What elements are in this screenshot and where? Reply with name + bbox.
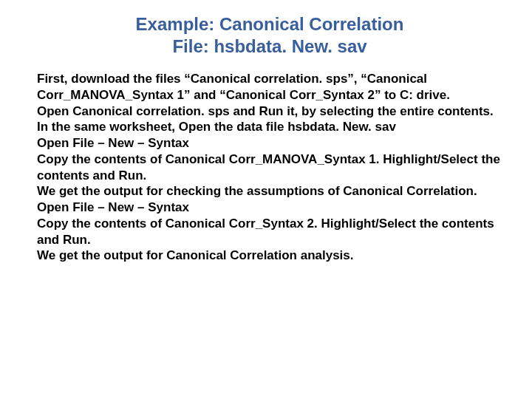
slide-heading: Example: Canonical Correlation File: hsb… <box>37 13 502 58</box>
slide-body: First, download the files “Canonical cor… <box>37 71 502 264</box>
body-paragraph: Open Canonical correlation. sps and Run … <box>37 103 502 120</box>
body-paragraph: Copy the contents of Canonical Corr_MANO… <box>37 151 502 184</box>
slide: Example: Canonical Correlation File: hsb… <box>0 0 532 279</box>
heading-line-1: Example: Canonical Correlation <box>136 14 404 34</box>
heading-line-2: File: hsbdata. New. sav <box>172 36 366 56</box>
body-paragraph: We get the output for Canonical Correlat… <box>37 248 502 264</box>
body-paragraph: In the same worksheet, Open the data fil… <box>37 119 502 135</box>
body-paragraph: Open File – New – Syntax <box>37 200 502 216</box>
body-paragraph: First, download the files “Canonical cor… <box>37 71 502 103</box>
body-paragraph: Copy the contents of Canonical Corr_Synt… <box>37 216 502 248</box>
body-paragraph: Open File – New – Syntax <box>37 135 502 151</box>
body-paragraph: We get the output for checking the assum… <box>37 183 502 200</box>
